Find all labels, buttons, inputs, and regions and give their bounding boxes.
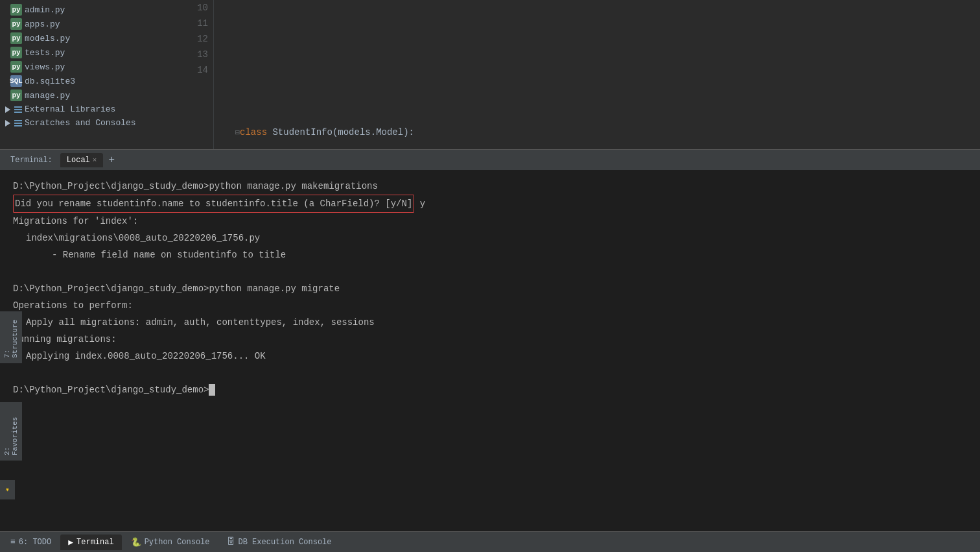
terminal-tab-local[interactable]: Local × (60, 153, 104, 167)
py-icon: py (10, 18, 22, 30)
bottom-tab-bar: ≡ 6: TODO ▶ Terminal 🐍 Python Console 🗄 … (0, 531, 980, 552)
term-line-cmd1: D:\Python_Project\django_study_demo>pyth… (13, 178, 967, 195)
code-line-10 (224, 31, 980, 47)
term-line-cmd2: D:\Python_Project\django_study_demo>pyth… (13, 280, 967, 297)
sidebar-scratches[interactable]: Scratches and Consoles (0, 116, 181, 130)
line-numbers: 10 11 12 13 14 (181, 0, 214, 149)
term-blank1 (13, 263, 967, 280)
add-tab-button[interactable]: + (106, 154, 117, 166)
line-num-13: 13 (181, 47, 208, 62)
db-icon: 🗄 (227, 537, 235, 547)
rename-question-box: Did you rename studentinfo.name to stude… (13, 195, 414, 213)
scratches-label: Scratches and Consoles (25, 118, 136, 128)
line-num-12: 12 (181, 31, 208, 47)
side-label-star[interactable]: ★ (0, 480, 15, 499)
line-num-14: 14 (181, 62, 208, 78)
terminal-section: Terminal: Local × + D:\Python_Project\dj… (0, 149, 980, 531)
terminal-icon: ▶ (68, 537, 73, 547)
sidebar-item-db[interactable]: SQL db.sqlite3 (0, 74, 181, 88)
sidebar-item-admin[interactable]: py admin.py (0, 3, 181, 17)
term-line-ops: Operations to perform: (13, 297, 967, 314)
terminal-cursor (209, 384, 215, 396)
py-icon: py (10, 47, 22, 58)
sidebar-label-db: db.sqlite3 (25, 77, 75, 86)
term-line-running: Running migrations: (13, 331, 967, 348)
model-ref: models (338, 127, 370, 138)
line-num-11: 11 (181, 16, 208, 31)
terminal-label: Terminal: (5, 156, 58, 165)
tab-todo-label: 6: TODO (19, 538, 51, 547)
sql-icon: SQL (10, 75, 22, 87)
term-line-highlight: Did you rename studentinfo.name to stude… (13, 195, 967, 213)
app-container: py admin.py py apps.py py models.py py t… (0, 0, 980, 552)
term-line-rename-field: - Rename field name on studentinfo to ti… (13, 246, 967, 263)
tab-db-console[interactable]: 🗄 DB Execution Console (219, 534, 340, 549)
top-section: py admin.py py apps.py py models.py py t… (0, 0, 980, 149)
dot1: . (371, 127, 376, 138)
sidebar-label-models: models.py (25, 34, 70, 43)
gutter-arrow: ⊟ (235, 128, 240, 138)
sidebar-label-apps: apps.py (25, 19, 60, 29)
term-line-migrations-header: Migrations for 'index': (13, 213, 967, 230)
close-tab-icon[interactable]: × (93, 156, 97, 164)
tab-local-label: Local (67, 156, 90, 165)
terminal-tab-bar: Terminal: Local × + (0, 149, 980, 170)
line-num-10: 10 (181, 0, 208, 16)
library-icon (14, 106, 22, 113)
tab-python-console[interactable]: 🐍 Python Console (123, 534, 218, 550)
code-line-12: ⊟class StudentInfo(models.Model): (224, 125, 980, 141)
side-label-structure[interactable]: 7: Structure (0, 311, 22, 363)
sidebar-label-manage: manage.py (25, 91, 70, 101)
editor-area: 10 11 12 13 14 ⊟class StudentInfo(models… (181, 0, 980, 149)
sidebar-item-apps[interactable]: py apps.py (0, 17, 181, 31)
python-icon: 🐍 (131, 537, 141, 547)
sidebar-label-admin: admin.py (25, 5, 65, 15)
paren2: ): (403, 127, 414, 138)
term-line-prompt: D:\Python_Project\django_study_demo> (13, 381, 967, 398)
sidebar-item-manage[interactable]: py manage.py (0, 88, 181, 102)
sidebar-item-views[interactable]: py views.py (0, 60, 181, 74)
term-line-migrations-file: index\migrations\0008_auto_20220206_1756… (13, 230, 967, 246)
tab-db-label: DB Execution Console (239, 538, 332, 547)
todo-icon: ≡ (10, 537, 16, 547)
term-blank2 (13, 365, 967, 381)
class-keyword: class (240, 127, 272, 138)
external-libraries-label: External Libraries (25, 104, 115, 114)
scratches-icon (14, 120, 22, 126)
tab-terminal[interactable]: ▶ Terminal (60, 534, 121, 550)
expand-icon (5, 106, 10, 113)
sidebar-item-models[interactable]: py models.py (0, 31, 181, 45)
py-icon: py (10, 32, 22, 44)
sidebar-item-tests[interactable]: py tests.py (0, 45, 181, 60)
sidebar: py admin.py py apps.py py models.py py t… (0, 0, 181, 149)
tab-terminal-label: Terminal (76, 538, 114, 547)
py-icon: py (10, 61, 22, 73)
py-icon: py (10, 90, 22, 101)
sidebar-label-views: views.py (25, 62, 65, 72)
sidebar-label-tests: tests.py (25, 48, 65, 58)
model-class: Model (376, 127, 403, 138)
code-content[interactable]: ⊟class StudentInfo(models.Model): ⊟ titl… (214, 0, 980, 149)
sidebar-external-libraries[interactable]: External Libraries (0, 102, 181, 116)
side-label-favorites[interactable]: 2: Favorites (0, 402, 22, 461)
py-icon: py (10, 4, 22, 16)
class-name: StudentInfo (272, 127, 332, 138)
expand-icon-2 (5, 120, 10, 126)
tab-python-label: Python Console (145, 538, 210, 547)
term-line-applying: Applying index.0008_auto_20220206_1756..… (13, 348, 967, 365)
term-line-apply: Apply all migrations: admin, auth, conte… (13, 314, 967, 331)
term-answer-y: y (420, 198, 425, 209)
tab-todo[interactable]: ≡ 6: TODO (3, 534, 59, 549)
code-line-11 (224, 78, 980, 93)
terminal-body[interactable]: D:\Python_Project\django_study_demo>pyth… (0, 170, 980, 531)
